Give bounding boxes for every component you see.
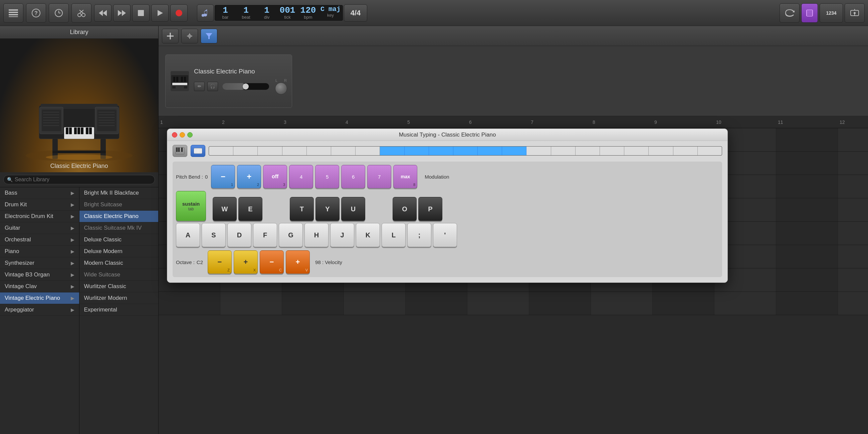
mt-s-key[interactable]: S — [202, 223, 226, 247]
undo-history-button[interactable] — [49, 3, 69, 23]
ruler-mark-2: 2 — [222, 120, 284, 125]
library-subcategory-item[interactable]: Wurlitzer Classic — [80, 281, 159, 292]
svg-rect-71 — [181, 77, 183, 82]
flex-button[interactable] — [801, 3, 818, 23]
svg-rect-0 — [9, 9, 18, 11]
library-categories-col: Bass▶Drum Kit▶Electronic Drum Kit▶Guitar… — [0, 187, 80, 434]
mt-o-key[interactable]: O — [393, 197, 416, 221]
smart-controls-button[interactable] — [181, 29, 198, 43]
mt-e-key[interactable]: E — [238, 197, 262, 221]
mt-quote-key[interactable]: ' — [433, 223, 457, 247]
library-category-item[interactable]: Orchestral▶ — [0, 234, 79, 246]
mt-mod-4-key[interactable]: 4 — [289, 165, 313, 188]
library-two-col: Bass▶Drum Kit▶Electronic Drum Kit▶Guitar… — [0, 187, 158, 434]
library-category-item[interactable]: Vintage Clav▶ — [0, 281, 79, 292]
mt-keyboard-view-button[interactable] — [191, 145, 205, 157]
volume-slider[interactable] — [222, 83, 269, 90]
tuner-button[interactable] — [845, 3, 865, 23]
mt-d-key[interactable]: D — [227, 223, 251, 247]
instrument-edit-button[interactable]: ✏ — [194, 82, 205, 91]
mt-k-key[interactable]: K — [356, 223, 380, 247]
mt-keys-area: Pitch Bend : 0 − 1 + 2 — [173, 162, 722, 277]
library-subcategory-item[interactable]: Experimental — [80, 304, 159, 316]
mt-mod-5-key[interactable]: 5 — [315, 165, 339, 188]
library-category-item[interactable]: Guitar▶ — [0, 222, 79, 234]
library-category-name: Orchestral — [5, 236, 71, 243]
record-button[interactable] — [170, 4, 188, 22]
mt-f-key[interactable]: F — [253, 223, 277, 247]
library-category-name: Drum Kit — [5, 201, 71, 208]
mt-pitch-up-key[interactable]: + 2 — [237, 165, 261, 188]
svg-rect-77 — [178, 148, 180, 152]
fastforward-button[interactable] — [113, 4, 130, 22]
mt-a-key[interactable]: A — [176, 223, 200, 247]
library-category-item[interactable]: Arpeggiator▶ — [0, 304, 79, 316]
mt-t-key[interactable]: T — [290, 197, 314, 221]
mt-piano-view-button[interactable] — [173, 145, 187, 157]
library-subcategory-item[interactable]: Wide Suitcase — [80, 269, 159, 281]
pan-knob[interactable] — [275, 83, 287, 94]
instrument-headphones-button[interactable]: 🎧 — [207, 82, 218, 91]
mt-sustain-key[interactable]: sustain tab — [176, 191, 206, 221]
mt-mod-max-key[interactable]: max 8 — [393, 165, 417, 188]
mt-octave-down-key[interactable]: − Z — [208, 250, 232, 274]
help-button[interactable]: ? — [26, 3, 46, 23]
count-in-button[interactable]: 1234 — [819, 3, 843, 23]
library-subcategory-item[interactable]: Deluxe Classic — [80, 234, 159, 246]
cycle-button[interactable] — [779, 3, 800, 23]
mt-y-key[interactable]: Y — [315, 197, 340, 221]
mt-u-key[interactable]: U — [341, 197, 365, 221]
mt-p-key[interactable]: P — [418, 197, 442, 221]
library-subcategory-item[interactable]: Bright Suitcase — [80, 199, 159, 211]
library-subcategory-item[interactable]: Classic Electric Piano — [80, 211, 159, 222]
library-subcategory-item[interactable]: Wurlitzer Modern — [80, 292, 159, 304]
library-category-item[interactable]: Bass▶ — [0, 187, 79, 199]
library-category-item[interactable]: Piano▶ — [0, 246, 79, 257]
library-category-item[interactable]: Drum Kit▶ — [0, 199, 79, 211]
track-cell — [406, 292, 467, 315]
mt-l-key[interactable]: L — [381, 223, 406, 247]
track-cell — [776, 175, 838, 198]
stop-button[interactable] — [132, 4, 150, 22]
mt-maximize-button[interactable] — [187, 132, 193, 137]
mt-velocity-down-key[interactable]: − C — [260, 250, 284, 274]
ruler-mark-5: 5 — [407, 120, 469, 125]
track-cell — [776, 292, 838, 315]
rewind-button[interactable] — [94, 4, 112, 22]
library-title: Library — [0, 26, 158, 39]
library-subcategory-item[interactable]: Modern Classic — [80, 257, 159, 269]
mt-w-key[interactable]: W — [213, 197, 237, 221]
ruler-mark-9: 9 — [654, 120, 716, 125]
mt-mod-7-key[interactable]: 7 — [367, 165, 391, 188]
library-subcategory-item[interactable]: Deluxe Modern — [80, 246, 159, 257]
library-subcategory-item[interactable]: Classic Suitcase Mk IV — [80, 222, 159, 234]
mt-velocity-up-key[interactable]: + V — [286, 250, 310, 274]
svg-marker-15 — [118, 10, 122, 16]
library-button[interactable] — [3, 3, 23, 23]
lcd-bar: 1 bar — [217, 6, 234, 20]
mt-semicolon-key[interactable]: ; — [407, 223, 431, 247]
scissors-button[interactable] — [71, 3, 91, 23]
mt-j-key[interactable]: J — [330, 223, 354, 247]
search-input[interactable] — [15, 177, 151, 183]
library-category-item[interactable]: Synthesizer▶ — [0, 257, 79, 269]
mt-minimize-button[interactable] — [180, 132, 185, 137]
library-category-name: Guitar — [5, 225, 71, 231]
library-category-item[interactable]: Electronic Drum Kit▶ — [0, 211, 79, 222]
mt-h-key[interactable]: H — [305, 223, 329, 247]
timeline-ruler: 123456789101112 — [159, 116, 868, 128]
mt-pitch-down-key[interactable]: − 1 — [211, 165, 235, 188]
mt-close-button[interactable] — [172, 132, 177, 137]
play-button[interactable] — [151, 4, 168, 22]
mt-g-key[interactable]: G — [279, 223, 303, 247]
track-cell — [838, 128, 868, 151]
mt-mod-6-key[interactable]: 6 — [341, 165, 365, 188]
mt-mod-off-key[interactable]: off 3 — [263, 165, 287, 188]
library-category-item[interactable]: Vintage B3 Organ▶ — [0, 269, 79, 281]
volume-slider-thumb — [243, 84, 249, 90]
library-subcategory-item[interactable]: Bright Mk II Blackface — [80, 187, 159, 199]
add-track-button[interactable] — [162, 29, 179, 43]
mt-octave-up-key[interactable]: + X — [234, 250, 258, 274]
library-category-item[interactable]: Vintage Electric Piano▶ — [0, 292, 79, 304]
filter-button[interactable] — [200, 29, 217, 43]
